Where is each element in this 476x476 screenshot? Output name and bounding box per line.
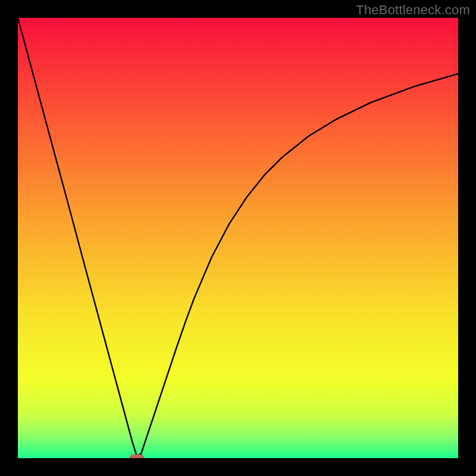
chart-frame: TheBottleneck.com [0,0,476,476]
chart-svg [18,18,458,458]
minimum-marker [130,455,144,458]
gradient-background [18,18,458,458]
watermark: TheBottleneck.com [356,2,470,18]
plot-area [18,18,458,458]
